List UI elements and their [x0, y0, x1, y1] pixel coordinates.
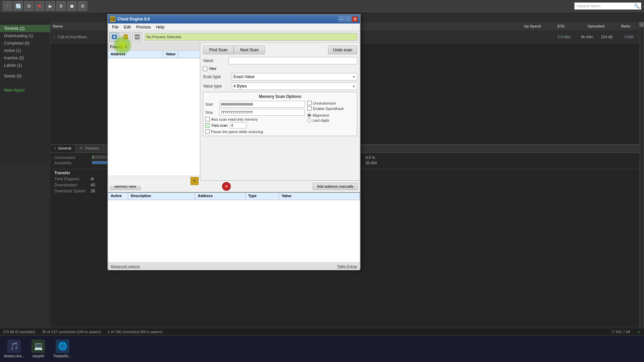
svg-text:+: + — [125, 36, 127, 39]
ce-start-label: Start — [205, 102, 217, 106]
sidebar-item-completed[interactable]: Completed (0) — [0, 40, 50, 47]
ce-readonly-checkbox[interactable] — [205, 117, 210, 121]
taskbar-icon-setup[interactable]: 💻 setup64 — [28, 339, 48, 359]
ce-title-icon: CE — [110, 16, 115, 22]
ce-toolbar: + MEM No Process Selected Cheat Engine 6… — [108, 31, 360, 43]
ce-start-input[interactable] — [219, 101, 305, 108]
ce-fastscan-checkbox[interactable]: ✓ — [205, 123, 210, 128]
transfer-downloaded-value: 40 — [91, 183, 95, 187]
ce-col-value: Value — [279, 193, 360, 200]
tab-trackers[interactable]: ✕ Trackers — [75, 145, 103, 153]
ce-tool-open-btn[interactable] — [109, 32, 119, 42]
ce-scantype-arrow: ▼ — [352, 75, 356, 79]
ce-value-label: Value: — [203, 58, 226, 63]
toolbar-add-btn[interactable]: ➕ — [3, 1, 12, 11]
sidebar-item-labels[interactable]: Labels (1) — [0, 62, 50, 69]
ce-fastscan-label: Fast scan — [212, 123, 228, 127]
ce-add-manually-btn[interactable]: Add address manually — [313, 183, 358, 190]
ce-fastscan-input[interactable] — [230, 122, 247, 128]
availability-label: Availability: — [54, 161, 88, 165]
ce-lastdigits-radio[interactable] — [307, 118, 311, 122]
trackers-icon: ✕ — [79, 146, 83, 150]
ce-addr-header: Address Value — [108, 51, 200, 58]
ce-scan-panel: First Scan Next Scan Undo scan Value: He… — [200, 43, 360, 180]
sidebar-item-torrents[interactable]: Torrents (1) — [0, 25, 50, 32]
antares-icon: 🎵 — [7, 340, 21, 353]
ce-titlebar: CE Cheat Engine 6.0 — □ ✕ — [108, 15, 360, 23]
toolbar-stop-btn[interactable]: ⏹ — [67, 1, 76, 11]
taskbar-icon-twisted[interactable]: 🌐 TwistedSc... — [52, 339, 72, 359]
taskbar: 🎵 Antares.Aut... 💻 setup64 🌐 TwistedSc..… — [0, 335, 644, 362]
first-scan-button[interactable]: First Scan — [203, 46, 234, 54]
toolbar-settings-btn[interactable]: ⚙ — [24, 1, 34, 11]
tab-general[interactable]: ℹ General — [50, 145, 75, 153]
ce-menubar: File Edit Process Help — [108, 23, 360, 31]
downloaded-value: 0.5 % — [366, 156, 375, 160]
ce-delete-icon[interactable]: ✕ — [222, 182, 231, 191]
torrent-uploaded: 224 kB — [601, 35, 625, 39]
ce-stop-row: Stop — [205, 109, 305, 116]
sidebar-item-active[interactable]: Active (1) — [0, 47, 50, 54]
time-elapsed-value: 4r — [91, 177, 94, 181]
ce-scantype-select[interactable]: Exact Value ▼ — [232, 73, 357, 80]
setup-label: setup64 — [32, 354, 44, 358]
taskbar-icon-antares[interactable]: 🎵 Antares.Aut... — [4, 339, 24, 359]
ce-maximize-btn[interactable]: □ — [345, 16, 351, 22]
ce-tool-btn2[interactable]: + — [121, 32, 131, 42]
ce-valuetype-row: Value type 4 Bytes ▼ — [203, 82, 357, 90]
search-placeholder: <Search Here> — [576, 4, 601, 8]
toolbar-pause-btn[interactable]: ⏸ — [56, 1, 66, 11]
col-up-speed: Up Speed — [524, 24, 551, 28]
sidebar-item-newapps[interactable]: New Apps! — [0, 86, 50, 94]
ce-pointer-btn[interactable]: ✎ — [191, 177, 199, 185]
ce-scantype-label: Scan type — [203, 74, 230, 79]
ce-speedhack-checkbox[interactable] — [307, 106, 312, 111]
ce-unrandomizer-label: Unrandomizer — [313, 101, 336, 105]
scroll-track[interactable] — [640, 27, 643, 330]
ce-valuetype-select[interactable]: 4 Bytes ▼ — [232, 82, 357, 90]
ce-main-area: Found: 0 Address Value ✎ First Scan Next… — [108, 43, 360, 180]
twisted-label: TwistedSc... — [53, 354, 71, 358]
sidebar-item-downloading[interactable]: Downloading (1) — [0, 32, 50, 40]
search-box[interactable]: <Search Here> 🔍 — [574, 2, 641, 10]
torrent-up-speed: 0.6 kB/s — [557, 35, 581, 39]
ce-value-input[interactable] — [228, 57, 357, 64]
ce-scan-buttons-row: First Scan Next Scan Undo scan — [203, 46, 357, 54]
toolbar-refresh-btn[interactable]: 🔄 — [13, 1, 23, 11]
ce-stop-input[interactable] — [219, 109, 305, 116]
ce-close-btn[interactable]: ✕ — [352, 16, 358, 22]
ce-pause-checkbox[interactable] — [205, 129, 210, 134]
scroll-up-btn[interactable]: ▲ — [639, 22, 644, 27]
ce-menu-help[interactable]: Help — [153, 24, 167, 30]
ce-unrandomizer-checkbox[interactable] — [307, 101, 312, 105]
scrollbar[interactable]: ▲ ▼ — [639, 22, 644, 335]
sidebar-item-inactive[interactable]: Inactive (0) — [0, 54, 50, 62]
ce-table-extras-link[interactable]: Table Extras — [337, 264, 357, 268]
ce-menu-edit[interactable]: Edit — [121, 24, 133, 30]
ce-minimize-btn[interactable]: — — [338, 16, 344, 22]
ce-tool-btn3[interactable]: MEM — [132, 32, 142, 42]
ce-process-display: No Process Selected — [145, 33, 357, 41]
search-icon[interactable]: 🔍 — [634, 3, 640, 9]
toolbar-remove-btn[interactable]: ✖ — [35, 1, 44, 11]
ce-pause-label: Pause the game while scanning — [211, 130, 263, 134]
toolbar-play-btn[interactable]: ▶ — [46, 1, 55, 11]
ce-alignment-section: Alignment Last digits — [307, 113, 355, 122]
next-scan-button[interactable]: Next Scan — [234, 46, 265, 54]
ce-unrandomizer-row: Unrandomizer — [307, 101, 355, 105]
ce-speedhack-row: Enable Speedhack — [307, 106, 355, 111]
torrent-eta: 9h 44m — [581, 35, 601, 39]
ce-scantype-value: Exact Value — [233, 74, 255, 79]
total-status: T: 501.7 kB — [612, 330, 630, 334]
ce-memory-options: Memory Scan Options Start Stop — [203, 92, 357, 136]
sidebar-item-seeds[interactable]: Seeds (0) — [0, 72, 50, 80]
ce-advanced-options-link[interactable]: Advanced options — [111, 264, 140, 268]
toolbar-gear-btn[interactable]: ⚙ — [78, 1, 87, 11]
ce-alignment-radio[interactable] — [307, 113, 311, 117]
ce-menu-process[interactable]: Process — [133, 24, 153, 30]
ce-menu-file[interactable]: File — [109, 24, 121, 30]
ce-window-controls: — □ ✕ — [338, 16, 358, 22]
availability-value: 35.004 — [366, 161, 377, 165]
undo-scan-button[interactable]: Undo scan — [328, 46, 357, 54]
ce-hex-checkbox[interactable] — [203, 67, 207, 71]
